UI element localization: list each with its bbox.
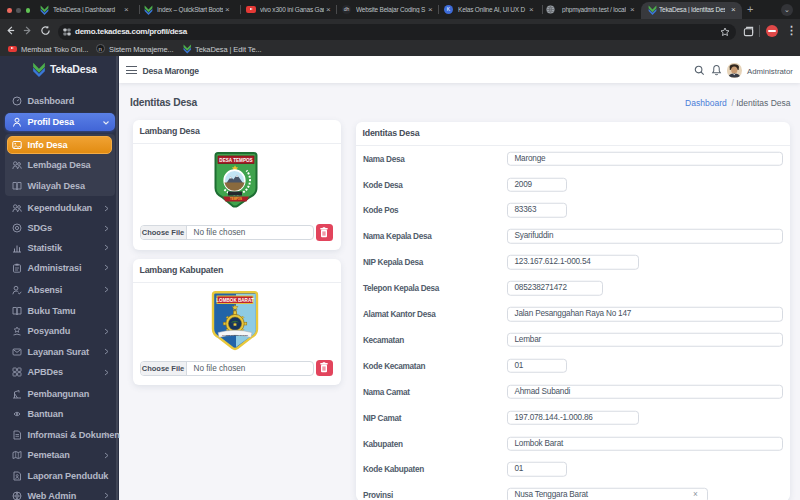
svg-text:LOMBOK BARAT: LOMBOK BARAT [216, 297, 254, 302]
svg-text:TEMPOS: TEMPOS [230, 197, 242, 201]
svg-text:PATUT PATUH PATJU: PATUT PATUH PATJU [222, 334, 248, 337]
svg-text:DESA TEMPOS: DESA TEMPOS [219, 158, 252, 163]
